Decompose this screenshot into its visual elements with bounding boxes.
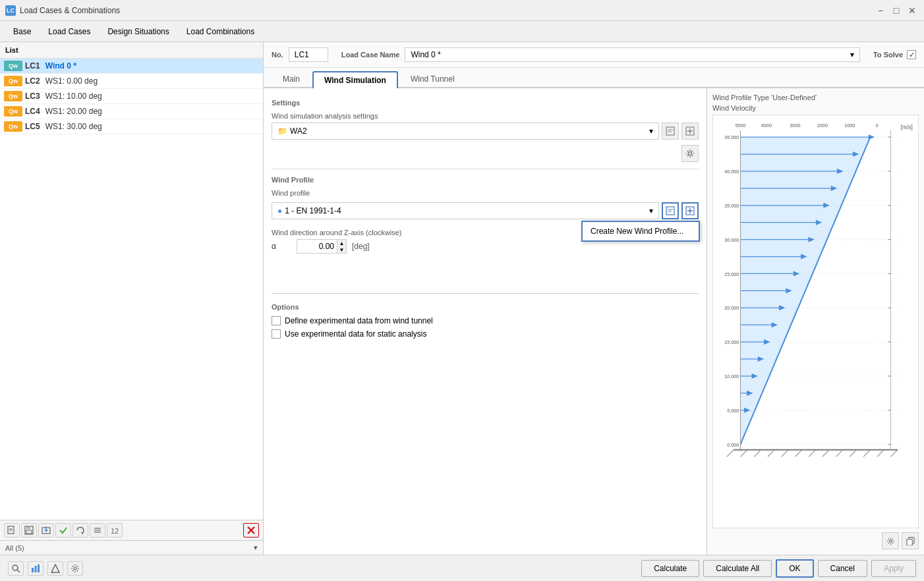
lc4-badge: Qw xyxy=(4,106,22,117)
svg-line-122 xyxy=(17,570,20,572)
name-field: Load Case Name Wind 0 * ▾ xyxy=(341,47,860,62)
right-panel: No. LC1 Load Case Name Wind 0 * ▾ To Sol… xyxy=(264,42,924,555)
delete-btn[interactable] xyxy=(243,523,259,538)
menu-bar: Base Load Cases Design Situations Load C… xyxy=(0,21,924,42)
menu-load-cases[interactable]: Load Cases xyxy=(40,24,98,39)
bottom-bar: Calculate Calculate All OK Cancel Apply xyxy=(0,555,924,581)
geometry-tool-btn[interactable] xyxy=(47,561,63,576)
svg-line-98 xyxy=(863,450,870,456)
tab-main[interactable]: Main xyxy=(272,70,311,87)
experimental-wind-tunnel-label: Define experimental data from wind tunne… xyxy=(285,316,433,325)
app-icon: LC xyxy=(5,5,16,16)
menu-design-situations[interactable]: Design Situations xyxy=(100,24,177,39)
wind-sim-sub-label: Wind simulation analysis settings xyxy=(272,112,699,120)
export-btn[interactable] xyxy=(38,523,54,538)
svg-marker-126 xyxy=(51,565,59,572)
svg-line-97 xyxy=(850,450,856,456)
calculate-all-btn[interactable]: Calculate All xyxy=(703,560,772,577)
lc4-name: WS1: 20.00 deg xyxy=(45,107,102,116)
load-case-name-dropdown[interactable]: Wind 0 * ▾ xyxy=(405,47,860,62)
close-btn[interactable]: ✕ xyxy=(906,4,919,17)
footer-dropdown-icon[interactable]: ▾ xyxy=(254,543,258,552)
wind-profile-new-btn[interactable] xyxy=(681,202,699,219)
svg-text:2000: 2000 xyxy=(817,123,828,128)
chart-settings-btn[interactable] xyxy=(882,532,899,549)
spinbox-up[interactable]: ▲ xyxy=(337,240,346,246)
wind-sim-value: WA2 xyxy=(290,126,307,136)
svg-line-99 xyxy=(877,450,884,456)
new-btn[interactable] xyxy=(4,523,20,538)
no-value[interactable]: LC1 xyxy=(289,47,328,62)
svg-text:0: 0 xyxy=(876,123,879,128)
list-item[interactable]: Qw LC3 WS1: 10.00 deg xyxy=(0,89,263,104)
tab-wind-tunnel[interactable]: Wind Tunnel xyxy=(399,70,466,87)
svg-line-92 xyxy=(782,450,788,456)
settings-tool-btn[interactable] xyxy=(67,561,83,576)
svg-rect-125 xyxy=(38,565,40,572)
tab-wind-simulation[interactable]: Wind Simulation xyxy=(312,71,398,88)
sort-btn[interactable]: 12 xyxy=(107,523,123,538)
use-experimental-checkbox[interactable] xyxy=(272,329,281,339)
lc2-badge: Qw xyxy=(4,76,22,86)
list-item[interactable]: Qw LC4 WS1: 20.00 deg xyxy=(0,104,263,119)
maximize-btn[interactable]: □ xyxy=(890,4,903,17)
alpha-label: α xyxy=(272,242,291,251)
wind-profile-dropdown[interactable]: ● 1 - EN 1991-1-4 ▾ xyxy=(272,202,659,219)
wind-sim-dropdown[interactable]: 📁 WA2 ▾ xyxy=(272,123,659,140)
validate-btn[interactable] xyxy=(55,523,71,538)
wind-sim-add-btn[interactable] xyxy=(681,123,699,140)
refresh-btn[interactable] xyxy=(72,523,88,538)
svg-rect-120 xyxy=(906,539,911,545)
wind-profile-dropdown-row: ● 1 - EN 1991-1-4 ▾ Cr xyxy=(272,202,699,219)
left-toolbar: 12 xyxy=(0,520,263,540)
lc2-id: LC2 xyxy=(25,76,40,86)
svg-text:3000: 3000 xyxy=(790,123,800,128)
alpha-input[interactable] xyxy=(297,240,337,252)
wind-sim-edit-btn[interactable] xyxy=(662,123,679,140)
lc2-name: WS1: 0.00 deg xyxy=(45,76,98,86)
list-item[interactable]: Qw LC1 Wind 0 * xyxy=(0,59,263,74)
search-tool-btn[interactable] xyxy=(8,561,24,576)
settings-gear-btn[interactable] xyxy=(681,145,699,162)
chart-title-2: Wind Velocity xyxy=(712,104,919,112)
svg-line-91 xyxy=(768,450,774,456)
alpha-unit: [deg] xyxy=(352,242,370,251)
lc5-name: WS1: 30.00 deg xyxy=(45,122,102,131)
save-btn[interactable] xyxy=(21,523,37,538)
menu-base[interactable]: Base xyxy=(5,24,39,39)
alpha-spinbox[interactable]: ▲ ▼ xyxy=(297,239,347,254)
no-label: No. xyxy=(272,51,283,59)
folder-icon: 📁 xyxy=(277,126,287,136)
use-experimental-label: Use experimental data for static analysi… xyxy=(285,329,426,339)
chart-tool-btn[interactable] xyxy=(28,561,43,576)
calculate-btn[interactable]: Calculate xyxy=(641,560,699,577)
name-label: Load Case Name xyxy=(341,51,400,59)
window-title: Load Cases & Combinations xyxy=(20,6,120,15)
chart-copy-btn[interactable] xyxy=(902,532,919,549)
chart-toolbar xyxy=(712,532,919,549)
create-new-wind-profile-item[interactable]: Create New Wind Profile... xyxy=(584,223,697,239)
no-field: No. LC1 xyxy=(272,47,328,62)
experimental-wind-tunnel-checkbox[interactable] xyxy=(272,316,281,325)
wind-profile-dropdown-arrow: ▾ xyxy=(649,206,653,215)
sync-btn[interactable] xyxy=(90,523,105,538)
spinbox-down[interactable]: ▼ xyxy=(337,246,346,253)
wind-profile-label: Wind Profile xyxy=(272,176,699,184)
menu-load-combinations[interactable]: Load Combinations xyxy=(179,24,262,39)
to-solve-checkbox[interactable] xyxy=(907,50,916,59)
wind-sim-dropdown-arrow: ▾ xyxy=(649,126,653,136)
footer-count: All (5) xyxy=(5,544,24,552)
ok-btn[interactable]: OK xyxy=(776,559,813,578)
wind-profile-edit-btn[interactable] xyxy=(662,202,679,219)
list-item[interactable]: Qw LC5 WS1: 30.00 deg xyxy=(0,119,263,134)
minimize-btn[interactable]: − xyxy=(874,4,887,17)
svg-point-127 xyxy=(74,567,76,570)
svg-line-93 xyxy=(795,450,801,456)
left-footer: All (5) ▾ xyxy=(0,540,263,555)
svg-rect-23 xyxy=(666,207,674,215)
list-item[interactable]: Qw LC2 WS1: 0.00 deg xyxy=(0,74,263,89)
apply-btn[interactable]: Apply xyxy=(871,560,916,577)
svg-rect-123 xyxy=(32,568,34,572)
cancel-btn[interactable]: Cancel xyxy=(818,560,867,577)
svg-line-89 xyxy=(740,450,747,456)
